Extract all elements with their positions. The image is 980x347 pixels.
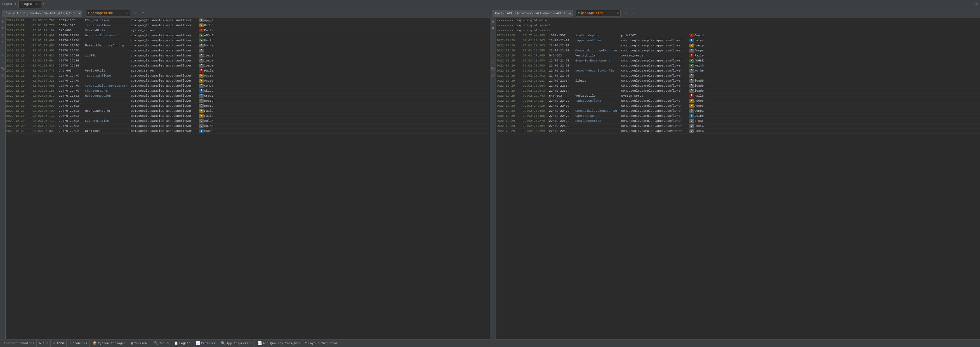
log-date: 2022-12-29 (6, 114, 31, 117)
table-row[interactable]: 2022-12-29 02:02:26.715 22470-22582 com.… (6, 124, 490, 128)
left-video-icon[interactable]: 🎥 (0, 73, 5, 78)
right-log-content[interactable]: --------- beginning of main--------- beg… (496, 18, 980, 339)
left-up-arrow-icon[interactable]: ↑ (0, 46, 5, 51)
left-help-button[interactable]: ? (140, 10, 146, 16)
table-row[interactable]: 2022-12-29 02:02:21.963 22470-22470 com.… (496, 43, 980, 48)
table-row[interactable]: 2022-12-29 02:02:25.690 22470-22470 Comp… (6, 83, 490, 88)
table-row[interactable]: 2022-12-29 02:02:23.400 22470-22470 com.… (496, 63, 980, 68)
right-down-arrow-icon[interactable]: ↓ (490, 52, 496, 57)
table-row[interactable]: 2022-12-29 02:02:26.579 22470-22582 Host… (6, 93, 490, 98)
table-row[interactable]: 2022-12-29 02:02:23.402 22470-22470 com.… (496, 73, 980, 78)
left-scroll-icon[interactable]: ↕ (0, 32, 5, 38)
status-item-logcat[interactable]: 📋Logcat (172, 339, 193, 347)
left-clear-icon[interactable]: 🗑 (0, 19, 5, 24)
left-down-arrow-icon[interactable]: ↓ (0, 52, 5, 57)
right-menu-icon[interactable]: ☰ (490, 59, 496, 64)
left-device-select[interactable]: Pixel XL API 31 (emulator-5554) Android … (2, 10, 82, 16)
table-row[interactable]: 2022-12-29 02:02:23.199 546-603 VerityUt… (6, 28, 490, 33)
table-row[interactable]: 2022-12-29 02:02:22.545 22470-22470 Comp… (496, 48, 980, 53)
table-row[interactable]: 2022-12-29 02:02:23.402 22470-22470 com.… (6, 48, 490, 53)
log-time: 02:02:23.664 (32, 59, 57, 62)
table-row[interactable]: 2022-12-29 02:02:26.584 22470-22582 com.… (496, 124, 980, 128)
tab-close-icon[interactable]: ✕ (36, 3, 38, 6)
status-item-terminal[interactable]: ▣Terminal (129, 339, 151, 347)
left-log-content[interactable]: 2022-12-29 01:00:55.790 1639-1855 EGL_em… (6, 18, 490, 339)
table-row[interactable]: 2022-12-29 02:02:26.803 22470-22582 Gral… (6, 128, 490, 133)
status-item-app-quality[interactable]: 📈App Quality Insights (255, 339, 302, 347)
status-item-build[interactable]: 🔨Build (152, 339, 171, 347)
status-item-version-control[interactable]: ↑Version Control (1, 339, 37, 347)
left-down-icon[interactable]: ⬇ (0, 39, 5, 44)
status-item-run[interactable]: ▶Run (37, 339, 51, 347)
table-row[interactable]: 2022-12-28 09:27:44.890 1507-1507 studio… (496, 33, 980, 38)
table-row[interactable]: 2022-12-29 02:02:26.711 22470-22582 com.… (6, 113, 490, 119)
log-date: 2022-12-29 (496, 59, 522, 62)
table-row[interactable]: 2022-12-29 02:02:26.709 22470-22582 Open… (6, 108, 490, 113)
table-row[interactable]: 2022-12-29 02:02:23.621 22470-22584 libE… (496, 78, 980, 83)
table-row[interactable]: 2022-12-29 02:02:23.400 22470-22470 Grap… (496, 58, 980, 63)
table-row[interactable]: 2022-12-29 02:02:23.664 22470-22584 com.… (6, 58, 490, 63)
right-pause-icon[interactable]: ⏸ (490, 26, 496, 31)
table-row[interactable]: 2022-12-29 02:02:23.199 546-603 VerityUt… (496, 53, 980, 58)
table-row[interactable]: 2022-12-29 02:02:23.400 22470-22470 Grap… (6, 33, 490, 38)
left-menu-icon[interactable]: ☰ (0, 59, 5, 64)
table-row[interactable]: 2022-12-29 02:02:26.584 22470-22582 com.… (6, 98, 490, 103)
table-row[interactable]: 2022-12-29 02:02:24.328 22470-22470 com.… (6, 78, 490, 83)
table-row[interactable]: 2022-12-29 02:02:23.402 22470-22470 Netw… (6, 43, 490, 48)
log-pkg: com.google.samples.apps.sunflower (621, 99, 688, 103)
table-row[interactable]: 2022-12-29 02:02:23.673 22470-22584 com.… (6, 63, 490, 68)
settings-icon[interactable]: ⚙ (975, 2, 978, 6)
table-row[interactable]: 2022-12-29 02:02:26.155 22470-22470 Chor… (496, 113, 980, 119)
right-camera-icon[interactable]: 📷 (490, 66, 496, 71)
log-level-badge: D (689, 74, 694, 78)
left-pause-icon[interactable]: ⏸ (0, 26, 5, 31)
table-row[interactable]: 2022-12-29 02:02:21.763 22470-22470 .app… (496, 38, 980, 43)
right-down-icon[interactable]: ⬇ (490, 39, 496, 44)
table-row[interactable]: 2022-12-29 02:02:24.327 22470-22470 .app… (6, 73, 490, 78)
status-item-layout-inspector[interactable]: ⊞Layout Inspector (303, 339, 340, 347)
right-filter-close-icon[interactable]: ✕ (617, 11, 619, 15)
log-date: 2022-12-29 (6, 19, 31, 22)
log-pkg: com.google.samples.apps.sunflower (131, 44, 198, 47)
table-row[interactable]: 2022-12-29 02:02:23.400 22470-22470 com.… (6, 38, 490, 43)
right-scroll-icon[interactable]: ↕ (490, 32, 496, 38)
right-video-icon[interactable]: 🎥 (490, 73, 496, 78)
right-star-button[interactable]: ☆ (623, 10, 629, 16)
table-row[interactable]: 2022-12-29 02:02:25.690 22470-22470 Comp… (496, 108, 980, 113)
table-row[interactable]: 2022-12-29 02:02:23.621 22470-22584 libE… (6, 53, 490, 58)
table-row[interactable]: 2022-12-29 02:02:26.699 22470-22582 com.… (6, 103, 490, 108)
add-tab-button[interactable]: + (43, 2, 45, 6)
table-row[interactable]: 2022-12-29 02:02:23.664 22470-22584 com.… (496, 83, 980, 88)
log-time: 01:00:55.790 (32, 19, 57, 22)
table-row[interactable]: 2022-12-29 02:02:23.673 22470-22584 com.… (496, 88, 980, 93)
log-pkg: com.google.samples.apps.sunflower (131, 114, 198, 117)
logcat-tab[interactable]: Logcat ✕ (19, 0, 41, 8)
table-row[interactable]: 2022-12-29 02:02:26.579 22470-22582 Host… (496, 119, 980, 124)
table-row[interactable]: 2022-12-29 02:02:23.402 22470-22470 Netw… (496, 68, 980, 73)
left-star-button[interactable]: ☆ (132, 10, 139, 16)
log-msg: eglCr (204, 119, 213, 123)
table-row[interactable]: 2022-12-29 02:02:24.328 22470-22470 com.… (496, 103, 980, 108)
table-row[interactable]: 2022-12-29 01:00:55.790 1639-1855 EGL_em… (6, 18, 490, 23)
status-item-profiler[interactable]: 📊Profiler (194, 339, 218, 347)
table-row[interactable]: 2022-12-29 02:02:26.713 22470-22582 EGL_… (6, 119, 490, 124)
log-time: 02:02:26.699 (32, 104, 57, 108)
right-help-button[interactable]: ? (630, 10, 636, 16)
left-camera-icon[interactable]: 📷 (0, 66, 5, 71)
table-row[interactable]: 2022-12-29 02:02:26.699 22470-22582 com.… (496, 128, 980, 133)
right-up-arrow-icon[interactable]: ↑ (490, 46, 496, 51)
right-clear-icon[interactable]: 🗑 (490, 19, 496, 24)
right-device-select[interactable]: Pixel XL API 31 (emulator-5554) Android … (492, 10, 573, 16)
table-row[interactable]: 2022-12-29 02:02:26.155 22470-22470 Chor… (6, 88, 490, 93)
status-item-app-inspection[interactable]: 🔍App Inspection (219, 339, 255, 347)
left-filter-close-icon[interactable]: ✕ (126, 11, 128, 15)
status-item-python-packages[interactable]: 📦Python Packages (90, 339, 128, 347)
table-row[interactable]: 2022-12-29 02:02:23.743 546-603 VerityUt… (6, 68, 490, 73)
status-item-todo[interactable]: ☑TODO (51, 339, 67, 347)
log-tag: EGL_emulation (85, 19, 130, 22)
log-time: 02:02:21.763 (523, 39, 548, 42)
table-row[interactable]: 2022-12-29 02:02:23.743 546-603 VerityUt… (496, 93, 980, 98)
status-item-problems[interactable]: ⚠Problems (67, 339, 90, 347)
table-row[interactable]: 2022-12-29 01:01:04.770 1639-1675 .apps.… (6, 23, 490, 28)
table-row[interactable]: 2022-12-29 02:02:24.327 22470-22470 .app… (496, 98, 980, 103)
